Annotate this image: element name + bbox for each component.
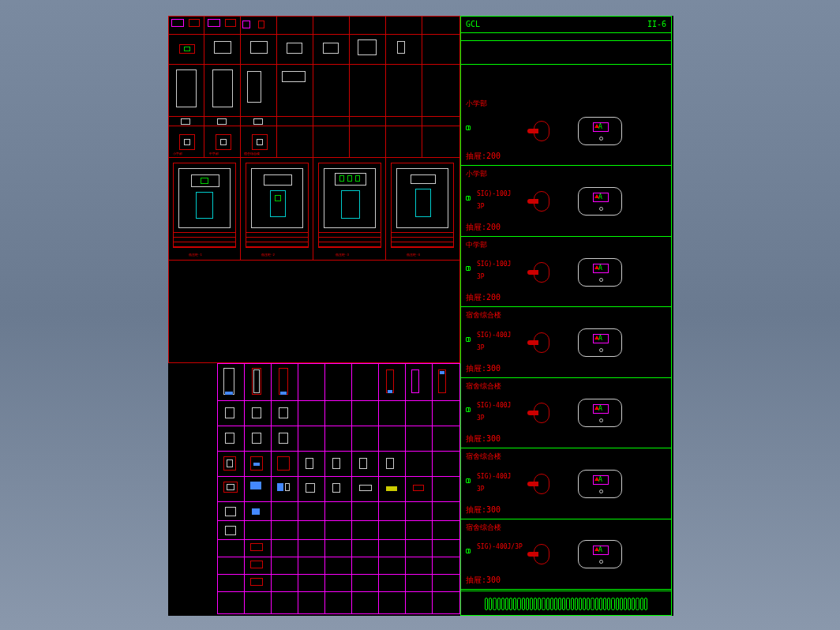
breaker-model: SIG)-400J/3P	[477, 543, 523, 550]
drawer-row[interactable]: 宿舍综合楼SIG)-400J3P抽屉:300A	[461, 307, 671, 377]
breaker-poles: 3P	[477, 414, 485, 422]
row-title: 宿舍综合楼	[466, 310, 501, 321]
drawer-row[interactable]: 宿舍综合楼SIG)-400J/3P抽屉:300A	[461, 519, 671, 590]
breaker-model: SIG)-100J	[477, 190, 511, 197]
drawer-size: 抽屉:300	[466, 433, 501, 444]
breaker-model: SIG)-400J	[477, 402, 511, 409]
drawing-caption-1: 低压柜-1	[189, 253, 202, 257]
grid-caption-1: 小学部	[173, 152, 182, 156]
drawer-row[interactable]: 中学部SIG)-100J3P抽屉:200A	[461, 237, 671, 307]
handle-icon[interactable]	[527, 259, 554, 286]
indicator-icon	[466, 266, 471, 271]
thumbnail-grid: 小学部 中学部 宿舍综合楼 低压柜-1 低压柜-2	[168, 16, 460, 363]
handle-icon[interactable]	[527, 471, 554, 497]
breaker-poles: 3P	[477, 273, 485, 280]
drawer-size: 抽屉:300	[466, 504, 501, 516]
drawer-size: 抽屉:200	[466, 222, 501, 233]
indicator-icon	[466, 196, 471, 201]
handle-icon[interactable]	[527, 399, 554, 426]
breaker-poles: 3P	[477, 486, 485, 493]
drawer-row[interactable]: 宿舍综合楼SIG)-400J3P抽屉:300A	[461, 378, 671, 448]
grid-caption-2: 中学部	[209, 152, 219, 156]
breaker-poles: 3P	[477, 344, 485, 351]
indicator-icon	[466, 337, 471, 342]
drawing-sheet-1[interactable]	[173, 163, 236, 248]
drawer-size: 抽屉:300	[466, 363, 501, 374]
row-title: 宿舍综合楼	[466, 523, 501, 533]
panel-code: GCL	[466, 20, 480, 28]
ammeter: A	[578, 328, 622, 357]
drawer-size: 抽屉:200	[466, 151, 501, 162]
breaker-poles: 3P	[477, 203, 485, 210]
ammeter: A	[578, 540, 622, 568]
indicator-icon	[466, 478, 471, 483]
drawer-size: 抽屉:200	[466, 292, 501, 303]
breaker-model: SIG)-400J	[477, 473, 511, 480]
drawer-row[interactable]: 小学部SIG)-100J3P抽屉:200A	[461, 166, 671, 236]
ammeter: A	[578, 399, 622, 427]
vent-grille	[485, 598, 647, 610]
indicator-icon	[466, 549, 471, 553]
drawer-size: 抽屉:300	[466, 575, 501, 586]
panel-number: II-6	[647, 20, 666, 28]
cad-canvas[interactable]: 小学部 中学部 宿舍综合楼 低压柜-1 低压柜-2	[168, 16, 673, 616]
drawing-sheet-4[interactable]	[391, 163, 454, 248]
row-title: 小学部	[466, 99, 487, 109]
row-title: 宿舍综合楼	[466, 381, 501, 392]
ammeter: A	[578, 470, 622, 498]
drawing-caption-2: 低压柜-2	[261, 253, 275, 257]
row-title: 宿舍综合楼	[466, 452, 501, 462]
handle-icon[interactable]	[527, 188, 554, 215]
breaker-model: SIG)-100J	[477, 261, 511, 268]
component-grid	[217, 363, 460, 614]
cabinet-panel: GCL II-6 小学部抽屉:200A小学部SIG)-100J3P抽屉:200A…	[460, 16, 672, 616]
drawing-caption-4: 低压柜-4	[407, 253, 420, 257]
ammeter: A	[578, 117, 622, 145]
grid-caption-3: 宿舍综合楼	[244, 152, 260, 156]
drawer-row[interactable]: 宿舍综合楼SIG)-400J3P抽屉:300A	[461, 448, 671, 519]
breaker-model: SIG)-400J	[477, 332, 511, 339]
panel-header: GCL II-6	[461, 17, 671, 32]
ammeter: A	[578, 258, 622, 287]
drawer-row[interactable]: 小学部抽屉:200A	[461, 96, 671, 166]
handle-icon[interactable]	[527, 329, 554, 356]
indicator-icon	[466, 126, 471, 130]
ammeter: A	[578, 187, 622, 216]
drawing-sheet-2[interactable]	[246, 163, 309, 248]
handle-icon[interactable]	[527, 541, 554, 568]
row-title: 中学部	[466, 240, 487, 250]
indicator-icon	[466, 407, 471, 412]
drawing-sheet-3[interactable]	[318, 163, 381, 248]
drawing-caption-3: 低压柜-3	[336, 253, 349, 257]
row-title: 小学部	[466, 169, 487, 179]
handle-icon[interactable]	[527, 118, 554, 144]
